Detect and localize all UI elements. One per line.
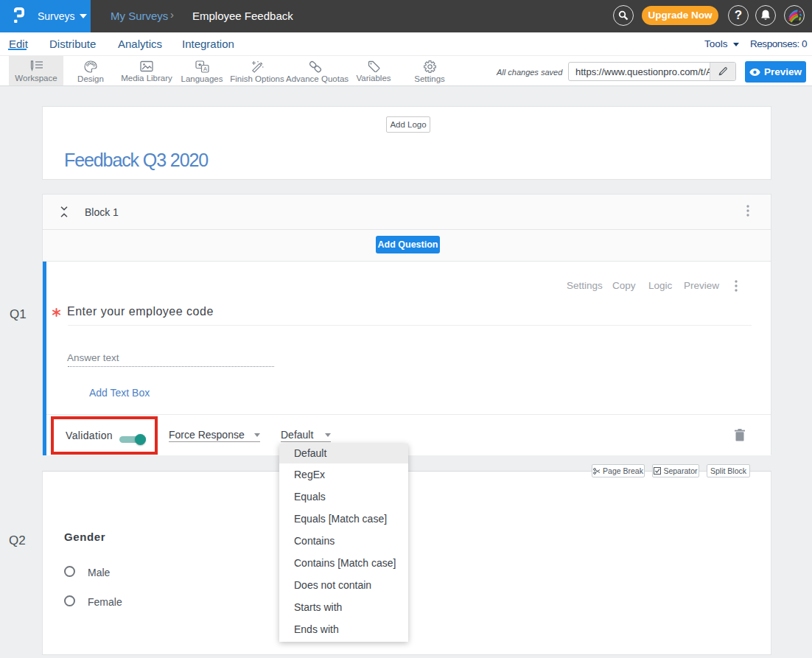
svg-text:A: A [203, 66, 207, 72]
